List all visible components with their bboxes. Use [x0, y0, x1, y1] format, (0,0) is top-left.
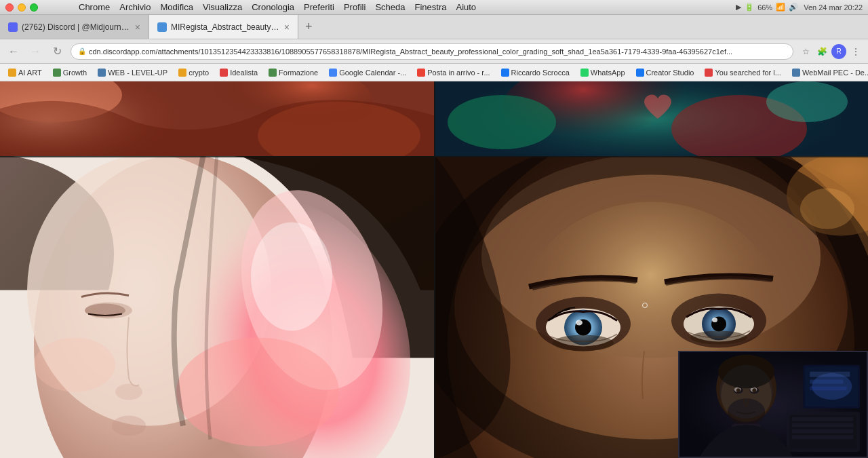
- vertical-separator: [434, 81, 435, 458]
- bookmark-ai-art-label: AI ART: [18, 69, 42, 77]
- svg-point-35: [553, 335, 614, 351]
- bookmark-web-levelup-label: WEB - LEVEL-UP: [108, 69, 167, 77]
- bookmark-google-cal-label: Google Calendar -...: [339, 69, 406, 77]
- top-banner-left: [0, 81, 434, 156]
- svg-point-40: [690, 331, 747, 345]
- bookmark-creator-studio[interactable]: Creator Studio: [632, 67, 698, 78]
- bookmark-searched-label: You searched for l...: [715, 69, 781, 77]
- bookmark-crypto-label: crypto: [189, 69, 209, 77]
- svg-rect-46: [792, 417, 854, 421]
- bookmark-growth-label: Growth: [63, 69, 87, 77]
- svg-rect-55: [810, 386, 846, 390]
- svg-rect-53: [810, 372, 850, 377]
- bookmark-idealista[interactable]: Idealista: [216, 67, 262, 78]
- bookmark-posta-label: Posta in arrivo - r...: [427, 69, 490, 77]
- svg-rect-49: [792, 435, 854, 439]
- bookmark-posta[interactable]: Posta in arrivo - r...: [413, 67, 494, 78]
- bookmark-ai-art[interactable]: AI ART: [4, 67, 46, 78]
- menu-modifica[interactable]: Modifica: [161, 2, 193, 12]
- minimize-button[interactable]: [18, 3, 26, 12]
- forward-button[interactable]: →: [27, 43, 43, 60]
- menu-archivio[interactable]: Archivio: [119, 2, 151, 12]
- tab-image-title: MIRegista_Abstract_beauty_...: [171, 22, 280, 32]
- bookmark-formazione-favicon: [269, 69, 277, 77]
- bookmark-google-cal-favicon: [329, 69, 337, 77]
- bookmark-webmail[interactable]: WebMail PEC - De...: [788, 67, 868, 78]
- bookmarks-bar: AI ART Growth WEB - LEVEL-UP crypto Idea…: [0, 64, 868, 81]
- bookmark-icon[interactable]: ☆: [799, 45, 812, 58]
- bookmark-crypto-favicon: [178, 69, 186, 77]
- bookmark-creator-studio-favicon: [636, 69, 644, 77]
- bookmark-webmail-favicon: [792, 69, 800, 77]
- menu-scheda[interactable]: Scheda: [375, 2, 405, 12]
- svg-point-18: [34, 338, 115, 392]
- menu-dots[interactable]: ⋮: [849, 45, 863, 58]
- svg-point-22: [251, 223, 332, 331]
- bookmark-webmail-label: WebMail PEC - De...: [802, 69, 868, 77]
- portrait-left: [0, 156, 434, 458]
- menu-visualizza[interactable]: Visualizza: [203, 2, 242, 12]
- bookmark-crypto[interactable]: crypto: [174, 67, 213, 78]
- profile-icon[interactable]: R: [831, 44, 846, 59]
- menu-finestra[interactable]: Finestra: [415, 2, 447, 12]
- bookmark-riccardo-label: Riccardo Scrocca: [511, 69, 570, 77]
- bookmark-growth-favicon: [53, 69, 61, 77]
- battery-percent: 66%: [757, 3, 772, 12]
- traffic-lights[interactable]: [5, 3, 38, 12]
- datetime: Ven 24 mar 20:22: [804, 3, 863, 12]
- bookmark-idealista-label: Idealista: [230, 69, 258, 77]
- bookmark-growth[interactable]: Growth: [49, 67, 91, 78]
- extensions-icon[interactable]: 🧩: [815, 45, 829, 58]
- image-favicon: [157, 22, 167, 32]
- bookmark-whatsapp-label: WhatsApp: [591, 69, 625, 77]
- bookmark-ai-art-favicon: [8, 69, 16, 77]
- bookmark-searched[interactable]: You searched for l...: [701, 67, 785, 78]
- lock-icon: 🔒: [78, 47, 86, 55]
- tab-discord-close[interactable]: ×: [135, 22, 140, 33]
- bookmark-formazione[interactable]: Formazione: [264, 67, 322, 78]
- close-button[interactable]: [5, 3, 14, 12]
- svg-point-34: [576, 320, 583, 326]
- top-banner-right: [434, 81, 868, 156]
- webcam-video: [679, 352, 867, 457]
- addressbar: ← → ↻ 🔒 cdn.discordapp.com/attachments/1…: [0, 39, 868, 64]
- svg-point-9: [448, 95, 556, 149]
- svg-rect-47: [792, 423, 854, 427]
- titlebar-right: ▶ 🔋 66% 📶 🔊 Ven 24 mar 20:22: [736, 3, 863, 12]
- reload-button[interactable]: ↻: [49, 43, 65, 60]
- portrait-right: [434, 156, 868, 458]
- menu-cronologia[interactable]: Cronologia: [252, 2, 294, 12]
- horizontal-separator: [0, 156, 868, 157]
- bookmark-idealista-favicon: [220, 69, 228, 77]
- svg-point-21: [176, 338, 339, 446]
- tab-discord[interactable]: (2762) Discord | @Midjourney... ×: [0, 15, 149, 39]
- bookmark-riccardo[interactable]: Riccardo Scrocca: [497, 67, 574, 78]
- bookmark-riccardo-favicon: [501, 69, 509, 77]
- svg-point-42: [800, 189, 854, 229]
- toolbar-icons: ☆ 🧩 R ⋮: [799, 44, 863, 59]
- svg-point-67: [719, 365, 773, 419]
- svg-rect-54: [810, 380, 843, 384]
- bookmark-google-cal[interactable]: Google Calendar -...: [325, 67, 410, 78]
- menu-aiuto[interactable]: Aiuto: [456, 2, 476, 12]
- discord-favicon: [8, 22, 18, 32]
- bookmark-whatsapp-favicon: [580, 69, 589, 77]
- menu-preferiti[interactable]: Preferiti: [304, 2, 334, 12]
- menu-chrome[interactable]: Chrome: [79, 2, 110, 12]
- app-menu: Chrome Archivio Modifica Visualizza Cron…: [79, 2, 476, 12]
- maximize-button[interactable]: [30, 3, 38, 12]
- url-text: cdn.discordapp.com/attachments/101351235…: [89, 47, 786, 56]
- bookmark-searched-favicon: [705, 69, 713, 77]
- bookmark-web-levelup[interactable]: WEB - LEVEL-UP: [94, 67, 172, 78]
- back-button[interactable]: ←: [5, 43, 22, 60]
- tab-image-close[interactable]: ×: [284, 22, 290, 33]
- url-bar[interactable]: 🔒 cdn.discordapp.com/attachments/1013512…: [71, 43, 793, 60]
- menu-profili[interactable]: Profili: [344, 2, 366, 12]
- titlebar: Chrome Archivio Modifica Visualizza Cron…: [0, 0, 868, 15]
- tab-image[interactable]: MIRegista_Abstract_beauty_... ×: [149, 15, 298, 39]
- bookmark-creator-studio-label: Creator Studio: [646, 69, 694, 77]
- svg-point-10: [766, 81, 848, 122]
- bookmark-whatsapp[interactable]: WhatsApp: [576, 67, 629, 78]
- svg-point-17: [112, 416, 146, 436]
- new-tab-button[interactable]: +: [298, 15, 319, 39]
